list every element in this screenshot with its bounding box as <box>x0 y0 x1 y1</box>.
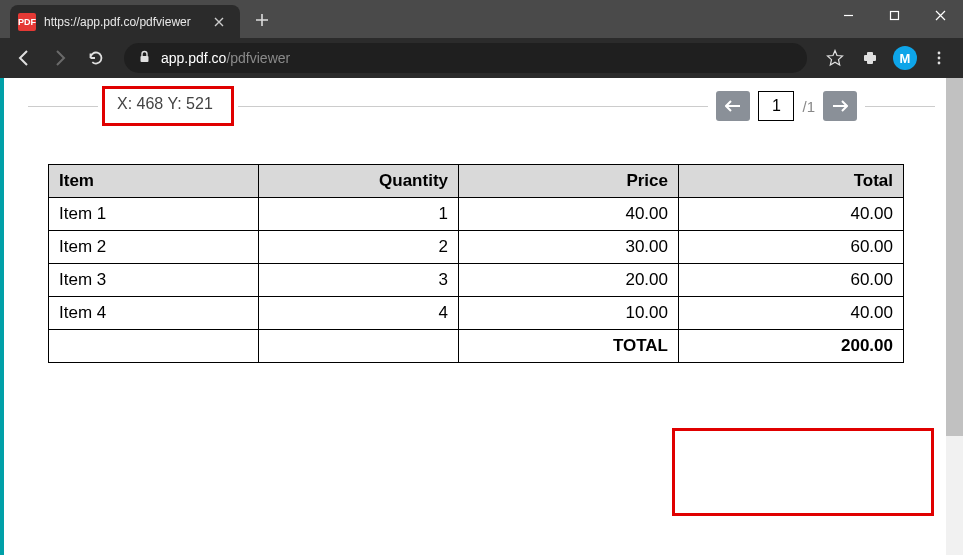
col-item: Item <box>49 165 259 198</box>
cell-price: 30.00 <box>459 231 679 264</box>
cell-empty <box>259 330 459 363</box>
extensions-icon[interactable] <box>857 44 885 72</box>
page-number-input[interactable] <box>758 91 794 121</box>
viewer-toolbar: X: 468 Y: 521 /1 <box>28 86 935 126</box>
profile-initial: M <box>900 51 911 66</box>
svg-rect-0 <box>890 11 898 19</box>
menu-icon[interactable] <box>925 44 953 72</box>
cell-price: 40.00 <box>459 198 679 231</box>
window-titlebar: PDF https://app.pdf.co/pdfviewer <box>0 0 963 38</box>
profile-avatar[interactable]: M <box>893 46 917 70</box>
url-path: /pdfviewer <box>226 50 290 66</box>
cell-total: 40.00 <box>679 297 904 330</box>
window-minimize-button[interactable] <box>825 0 871 30</box>
page-total-label: /1 <box>802 98 815 115</box>
col-price: Price <box>459 165 679 198</box>
table-total-row: TOTAL 200.00 <box>49 330 904 363</box>
forward-button[interactable] <box>46 44 74 72</box>
table-row: Item 2 2 30.00 60.00 <box>49 231 904 264</box>
cell-item: Item 2 <box>49 231 259 264</box>
window-close-button[interactable] <box>917 0 963 30</box>
cell-qty: 3 <box>259 264 459 297</box>
favicon-icon: PDF <box>18 13 36 31</box>
cell-qty: 1 <box>259 198 459 231</box>
pager: /1 <box>716 91 857 121</box>
prev-page-button[interactable] <box>716 91 750 121</box>
cell-total: 40.00 <box>679 198 904 231</box>
scrollbar-thumb[interactable] <box>946 78 963 436</box>
tab-title: https://app.pdf.co/pdfviewer <box>44 15 202 29</box>
new-tab-button[interactable] <box>248 6 276 34</box>
cell-total-value: 200.00 <box>679 330 904 363</box>
col-total: Total <box>679 165 904 198</box>
viewer-content: X: 468 Y: 521 /1 Item Quantity Price Tot… <box>0 78 963 555</box>
svg-point-4 <box>938 62 941 65</box>
cell-qty: 2 <box>259 231 459 264</box>
url-input[interactable]: app.pdf.co/pdfviewer <box>124 43 807 73</box>
url-text: app.pdf.co/pdfviewer <box>161 50 290 66</box>
left-accent-stripe <box>0 78 4 555</box>
cell-price: 20.00 <box>459 264 679 297</box>
table-header-row: Item Quantity Price Total <box>49 165 904 198</box>
lock-icon <box>138 49 151 67</box>
cell-total: 60.00 <box>679 264 904 297</box>
bookmark-star-icon[interactable] <box>821 44 849 72</box>
vertical-scrollbar[interactable] <box>946 78 963 555</box>
window-maximize-button[interactable] <box>871 0 917 30</box>
table-row: Item 3 3 20.00 60.00 <box>49 264 904 297</box>
table-row: Item 4 4 10.00 40.00 <box>49 297 904 330</box>
highlight-box <box>672 428 934 516</box>
rule-left <box>28 106 98 107</box>
url-host: app.pdf.co <box>161 50 226 66</box>
invoice-table: Item Quantity Price Total Item 1 1 40.00… <box>48 164 904 363</box>
reload-button[interactable] <box>82 44 110 72</box>
close-tab-icon[interactable] <box>210 13 228 31</box>
cell-empty <box>49 330 259 363</box>
rule-right <box>865 106 935 107</box>
svg-point-2 <box>938 52 941 55</box>
table-row: Item 1 1 40.00 40.00 <box>49 198 904 231</box>
col-quantity: Quantity <box>259 165 459 198</box>
cell-total: 60.00 <box>679 231 904 264</box>
cell-qty: 4 <box>259 297 459 330</box>
back-button[interactable] <box>10 44 38 72</box>
address-bar: app.pdf.co/pdfviewer M <box>0 38 963 78</box>
rule-mid <box>238 106 709 107</box>
coordinates-display: X: 468 Y: 521 <box>102 86 234 126</box>
cell-total-label: TOTAL <box>459 330 679 363</box>
svg-point-3 <box>938 57 941 60</box>
cell-item: Item 3 <box>49 264 259 297</box>
cell-item: Item 4 <box>49 297 259 330</box>
svg-rect-1 <box>141 56 149 62</box>
cell-item: Item 1 <box>49 198 259 231</box>
browser-tab[interactable]: PDF https://app.pdf.co/pdfviewer <box>10 5 240 38</box>
cell-price: 10.00 <box>459 297 679 330</box>
next-page-button[interactable] <box>823 91 857 121</box>
